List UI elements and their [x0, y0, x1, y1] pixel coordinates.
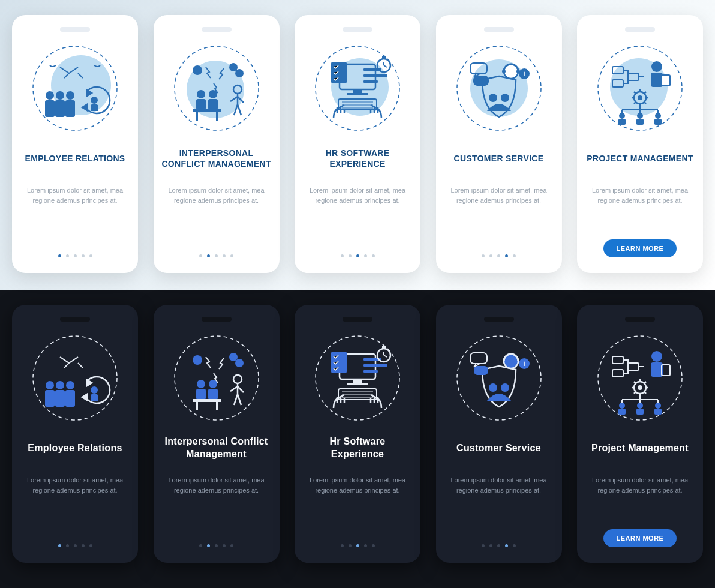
phone-notch [60, 317, 90, 322]
phone-notch [484, 317, 514, 322]
dot[interactable] [372, 254, 375, 257]
onboarding-card-conflict[interactable]: INTERPERSONAL CONFLICT MANAGEMENT Lorem … [154, 15, 280, 273]
svg-point-2 [46, 91, 54, 100]
dot[interactable] [89, 544, 92, 547]
svg-rect-97 [193, 399, 221, 402]
onboarding-card-customer-service-dark[interactable]: i Customer Service Lorem ipsum dolor sit… [436, 305, 562, 563]
svg-rect-83 [55, 390, 65, 407]
dot[interactable] [349, 544, 352, 547]
svg-rect-20 [193, 109, 221, 112]
dot[interactable] [223, 254, 226, 257]
onboarding-card-project-management-dark[interactable]: Project Management Lorem ipsum dolor sit… [577, 305, 703, 563]
dot[interactable] [513, 254, 516, 257]
card-title: INTERPERSONAL CONFLICT MANAGEMENT [161, 142, 272, 175]
onboarding-card-employee-relations[interactable]: EMPLOYEE RELATIONS Lorem ipsum dolor sit… [12, 15, 138, 273]
dot[interactable] [497, 254, 500, 257]
dot[interactable] [82, 254, 85, 257]
onboarding-card-customer-service[interactable]: i CUSTOMER SERVICE Lorem ipsum dolor sit… [436, 15, 562, 273]
dot[interactable] [207, 544, 210, 547]
pagination-dots[interactable] [58, 544, 92, 547]
svg-point-41 [489, 94, 497, 102]
svg-rect-22 [216, 112, 218, 121]
dot[interactable] [58, 544, 61, 547]
svg-point-80 [46, 381, 54, 389]
dot[interactable] [207, 254, 210, 257]
dot[interactable] [505, 254, 508, 257]
svg-rect-94 [196, 389, 206, 400]
phone-notch [625, 27, 655, 32]
svg-rect-150 [654, 409, 662, 415]
onboarding-card-hr-software[interactable]: HR SOFTWARE EXPERIENCE Lorem ipsum dolor… [295, 15, 420, 273]
svg-point-18 [209, 90, 217, 98]
dot[interactable] [89, 254, 92, 257]
dot[interactable] [74, 254, 77, 257]
svg-point-131 [638, 385, 642, 390]
svg-rect-19 [208, 99, 218, 110]
svg-rect-3 [45, 100, 55, 117]
pagination-dots[interactable] [482, 544, 516, 547]
learn-more-button[interactable]: LEARN MORE [603, 529, 677, 547]
dot[interactable] [513, 544, 516, 547]
dot[interactable] [215, 254, 218, 257]
svg-line-139 [634, 392, 636, 394]
svg-rect-27 [353, 89, 362, 93]
svg-point-15 [235, 69, 244, 77]
onboarding-card-conflict-dark[interactable]: Interpersonal Conflict Management Lorem … [154, 305, 280, 563]
dot[interactable] [74, 544, 77, 547]
dot[interactable] [505, 544, 508, 547]
card-body: Lorem ipsum dolor sit amet, mea regione … [443, 185, 555, 205]
svg-rect-81 [45, 390, 55, 407]
pagination-dots[interactable] [199, 544, 233, 547]
dot[interactable] [66, 544, 69, 547]
dot[interactable] [364, 254, 367, 257]
dot[interactable] [341, 544, 344, 547]
dot[interactable] [356, 544, 359, 547]
dot[interactable] [199, 544, 202, 547]
svg-rect-146 [618, 409, 626, 415]
onboarding-card-employee-relations-dark[interactable]: Employee Relations Lorem ipsum dolor sit… [12, 305, 138, 563]
pagination-dots[interactable] [341, 544, 375, 547]
dot[interactable] [230, 254, 233, 257]
pagination-dots[interactable] [341, 254, 375, 257]
card-title: EMPLOYEE RELATIONS [25, 142, 125, 175]
dot[interactable] [482, 254, 485, 257]
onboarding-card-hr-software-dark[interactable]: Hr Software Experience Lorem ipsum dolor… [295, 305, 420, 563]
svg-point-149 [655, 403, 661, 409]
svg-rect-34 [382, 56, 386, 59]
dot[interactable] [199, 254, 202, 257]
dot[interactable] [489, 544, 492, 547]
dot[interactable] [497, 544, 500, 547]
svg-marker-86 [87, 380, 92, 386]
card-title: Customer Service [456, 432, 541, 464]
dot[interactable] [372, 544, 375, 547]
dot[interactable] [482, 544, 485, 547]
card-body: Lorem ipsum dolor sit amet, mea regione … [302, 185, 413, 205]
learn-more-button[interactable]: LEARN MORE [603, 239, 677, 257]
onboarding-card-project-management[interactable]: PROJECT MANAGEMENT Lorem ipsum dolor sit… [577, 15, 703, 273]
card-title: Interpersonal Conflict Management [161, 432, 272, 464]
card-body: Lorem ipsum dolor sit amet, mea regione … [584, 475, 696, 495]
svg-rect-49 [474, 76, 488, 85]
svg-rect-32 [363, 80, 378, 83]
dot[interactable] [66, 254, 69, 257]
dot[interactable] [82, 544, 85, 547]
svg-rect-76 [636, 119, 644, 125]
pagination-dots[interactable] [482, 254, 516, 257]
card-body: Lorem ipsum dolor sit amet, mea regione … [161, 475, 272, 495]
dot[interactable] [489, 254, 492, 257]
dot[interactable] [349, 254, 352, 257]
dot[interactable] [356, 254, 359, 257]
pagination-dots[interactable] [199, 254, 233, 257]
svg-rect-128 [612, 370, 623, 377]
dot[interactable] [364, 544, 367, 547]
dot[interactable] [223, 544, 226, 547]
dot[interactable] [341, 254, 344, 257]
card-body: Lorem ipsum dolor sit amet, mea regione … [19, 185, 131, 205]
svg-point-4 [56, 91, 64, 100]
dot[interactable] [58, 254, 61, 257]
dot[interactable] [230, 544, 233, 547]
svg-rect-99 [216, 402, 218, 410]
svg-point-100 [233, 375, 242, 383]
pagination-dots[interactable] [58, 254, 92, 257]
dot[interactable] [215, 544, 218, 547]
